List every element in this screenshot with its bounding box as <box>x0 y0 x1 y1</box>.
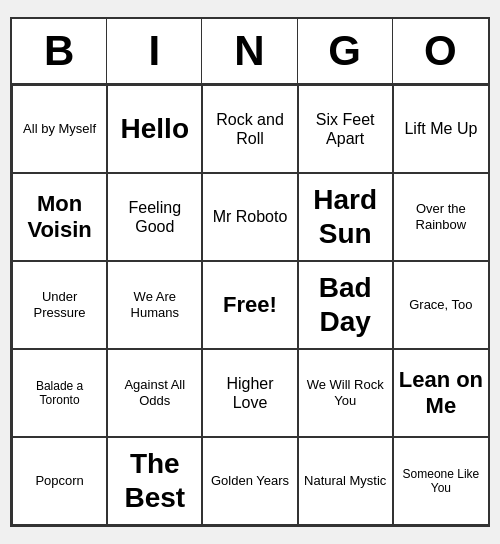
bingo-letter-o: O <box>393 19 488 83</box>
cell-text-10: Under Pressure <box>17 289 102 320</box>
bingo-cell-0[interactable]: All by Myself <box>12 85 107 173</box>
cell-text-23: Natural Mystic <box>304 473 386 489</box>
cell-text-20: Popcorn <box>35 473 83 489</box>
cell-text-14: Grace, Too <box>409 297 472 313</box>
cell-text-3: Six Feet Apart <box>303 110 388 148</box>
bingo-cell-4[interactable]: Lift Me Up <box>393 85 488 173</box>
cell-text-16: Against All Odds <box>112 377 197 408</box>
bingo-cell-3[interactable]: Six Feet Apart <box>298 85 393 173</box>
bingo-letter-b: B <box>12 19 107 83</box>
bingo-cell-18[interactable]: We Will Rock You <box>298 349 393 437</box>
cell-text-19: Lean on Me <box>398 367 484 420</box>
cell-text-12: Free! <box>223 292 277 318</box>
bingo-cell-6[interactable]: Feeling Good <box>107 173 202 261</box>
bingo-cell-10[interactable]: Under Pressure <box>12 261 107 349</box>
bingo-cell-20[interactable]: Popcorn <box>12 437 107 525</box>
bingo-cell-15[interactable]: Balade a Toronto <box>12 349 107 437</box>
cell-text-18: We Will Rock You <box>303 377 388 408</box>
bingo-cell-17[interactable]: Higher Love <box>202 349 297 437</box>
bingo-cell-23[interactable]: Natural Mystic <box>298 437 393 525</box>
cell-text-17: Higher Love <box>207 374 292 412</box>
bingo-cell-19[interactable]: Lean on Me <box>393 349 488 437</box>
bingo-cell-9[interactable]: Over the Rainbow <box>393 173 488 261</box>
cell-text-0: All by Myself <box>23 121 96 137</box>
bingo-cell-21[interactable]: The Best <box>107 437 202 525</box>
cell-text-11: We Are Humans <box>112 289 197 320</box>
bingo-cell-13[interactable]: Bad Day <box>298 261 393 349</box>
cell-text-9: Over the Rainbow <box>398 201 484 232</box>
cell-text-4: Lift Me Up <box>404 119 477 138</box>
cell-text-7: Mr Roboto <box>213 207 288 226</box>
cell-text-15: Balade a Toronto <box>17 379 102 408</box>
cell-text-22: Golden Years <box>211 473 289 489</box>
cell-text-21: The Best <box>112 447 197 514</box>
cell-text-1: Hello <box>121 112 189 146</box>
bingo-cell-14[interactable]: Grace, Too <box>393 261 488 349</box>
cell-text-8: Hard Sun <box>303 183 388 250</box>
bingo-letter-n: N <box>202 19 297 83</box>
bingo-cell-1[interactable]: Hello <box>107 85 202 173</box>
bingo-letter-g: G <box>298 19 393 83</box>
cell-text-2: Rock and Roll <box>207 110 292 148</box>
bingo-cell-12[interactable]: Free! <box>202 261 297 349</box>
bingo-cell-7[interactable]: Mr Roboto <box>202 173 297 261</box>
cell-text-6: Feeling Good <box>112 198 197 236</box>
bingo-cell-8[interactable]: Hard Sun <box>298 173 393 261</box>
bingo-cell-2[interactable]: Rock and Roll <box>202 85 297 173</box>
cell-text-24: Someone Like You <box>398 467 484 496</box>
bingo-card: BINGO All by MyselfHelloRock and RollSix… <box>10 17 490 527</box>
cell-text-5: Mon Voisin <box>17 191 102 244</box>
cell-text-13: Bad Day <box>303 271 388 338</box>
bingo-header: BINGO <box>12 19 488 85</box>
bingo-grid: All by MyselfHelloRock and RollSix Feet … <box>12 85 488 525</box>
bingo-cell-11[interactable]: We Are Humans <box>107 261 202 349</box>
bingo-cell-5[interactable]: Mon Voisin <box>12 173 107 261</box>
bingo-cell-16[interactable]: Against All Odds <box>107 349 202 437</box>
bingo-letter-i: I <box>107 19 202 83</box>
bingo-cell-22[interactable]: Golden Years <box>202 437 297 525</box>
bingo-cell-24[interactable]: Someone Like You <box>393 437 488 525</box>
